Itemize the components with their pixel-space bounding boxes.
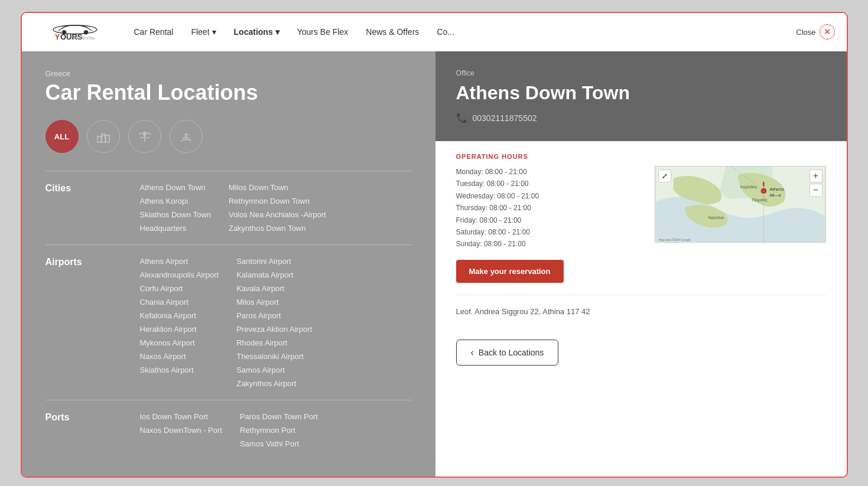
svg-text:CAR RENTAL: CAR RENTAL bbox=[71, 36, 95, 40]
list-item[interactable]: Athens Koropi bbox=[140, 197, 211, 206]
nav-locations[interactable]: Locations ▾ bbox=[234, 27, 279, 37]
list-item[interactable]: Milos Airport bbox=[236, 298, 312, 306]
nav-items: Car Rental Fleet ▾ Locations ▾ Yours Be … bbox=[134, 27, 454, 37]
cities-section: Cities Athens Down Town Athens Koropi Sk… bbox=[45, 171, 412, 244]
right-panel: Office Athens Down Town 📞 00302111875502… bbox=[435, 51, 847, 477]
svg-rect-8 bbox=[106, 135, 109, 142]
hour-thursday: Thursday: 08:00 - 21:00 bbox=[456, 202, 643, 214]
back-btn-label: Back to Locations bbox=[479, 348, 544, 357]
filter-row: ALL bbox=[45, 120, 412, 153]
ports-col2: Paros Down Town Port Rethymnon Port Samo… bbox=[240, 412, 318, 448]
list-item[interactable]: Ios Down Town Port bbox=[140, 412, 222, 421]
hours-list: Monday: 08:00 - 21:00 Tuesday: 08:00 - 2… bbox=[456, 166, 643, 250]
operating-label: OPERATING HOURS bbox=[456, 153, 826, 160]
list-item[interactable]: Preveza Aktion Airport bbox=[236, 325, 312, 334]
ports-header: Ports bbox=[45, 412, 134, 423]
left-panel: Greece Car Rental Locations ALL bbox=[22, 51, 435, 477]
hours-map-row: Monday: 08:00 - 21:00 Tuesday: 08:00 - 2… bbox=[456, 166, 826, 250]
filter-port-button[interactable] bbox=[170, 120, 203, 153]
filter-city-button[interactable] bbox=[87, 120, 120, 153]
main-content: Greece Car Rental Locations ALL bbox=[22, 51, 847, 477]
ports-col1: Ios Down Town Port Naxos DownTown - Port bbox=[140, 412, 222, 448]
chevron-down-icon: ▾ bbox=[275, 27, 279, 37]
list-item[interactable]: Samos Airport bbox=[236, 366, 312, 374]
nav-news-offers[interactable]: News & Offers bbox=[366, 27, 419, 37]
list-item[interactable]: Athens Down Town bbox=[140, 183, 211, 192]
list-item[interactable]: Athens Airport bbox=[140, 257, 219, 266]
list-item[interactable]: Santorini Airport bbox=[236, 257, 312, 266]
cities-col2: Milos Down Town Rethymnon Down Town Volo… bbox=[229, 183, 326, 233]
nav-co[interactable]: Co... bbox=[437, 27, 454, 37]
location-header: Office Athens Down Town 📞 00302111875502 bbox=[435, 51, 847, 141]
svg-text:Πειραιάς: Πειραιάς bbox=[752, 198, 768, 203]
nav-fleet[interactable]: Fleet ▾ bbox=[191, 27, 216, 37]
map-zoom-out-button[interactable]: − bbox=[810, 184, 823, 197]
svg-text:Y: Y bbox=[54, 32, 60, 41]
list-item[interactable]: Naxos DownTown - Port bbox=[140, 426, 222, 435]
list-item[interactable]: Paros Airport bbox=[236, 311, 312, 320]
country-label: Greece bbox=[45, 69, 412, 78]
list-item[interactable]: Chania Airport bbox=[140, 298, 219, 306]
top-nav: Y OURS CAR RENTAL Car Rental Fleet ▾ Loc… bbox=[22, 13, 847, 51]
svg-text:Ναύπλιο: Ναύπλιο bbox=[708, 216, 723, 220]
chevron-left-icon: ‹ bbox=[471, 347, 474, 358]
list-item[interactable]: Thessaloniki Airport bbox=[236, 352, 312, 361]
cities-header: Cities bbox=[45, 183, 134, 194]
hour-saturday: Saturday: 08:00 - 21:00 bbox=[456, 226, 643, 238]
list-item[interactable]: Headquarters bbox=[140, 224, 211, 233]
filter-all-button[interactable]: ALL bbox=[45, 120, 79, 153]
nav-car-rental[interactable]: Car Rental bbox=[134, 27, 174, 37]
phone-icon: 📞 bbox=[456, 112, 468, 123]
list-item[interactable]: Zakynthos Down Town bbox=[229, 224, 326, 233]
svg-rect-9 bbox=[102, 135, 103, 136]
map-zoom-in-button[interactable]: + bbox=[810, 169, 823, 182]
list-item[interactable]: Skiathos Airport bbox=[140, 366, 219, 374]
list-item[interactable]: Samos Vathi Port bbox=[240, 439, 318, 448]
back-to-locations-button[interactable]: ‹ Back to Locations bbox=[456, 340, 559, 366]
cities-col1: Athens Down Town Athens Koropi Skiathos … bbox=[140, 183, 211, 233]
list-item[interactable]: Kefalonia Airport bbox=[140, 311, 219, 320]
address-text: Leof. Andrea Siggrou 22, Athina 117 42 bbox=[456, 307, 826, 316]
reserve-button[interactable]: Make your reservation bbox=[456, 260, 564, 283]
close-button[interactable]: Close ✕ bbox=[796, 24, 834, 40]
list-item[interactable]: Volos Nea Anchialos -Airport bbox=[229, 210, 326, 219]
list-item[interactable]: Zakynthos Airport bbox=[236, 379, 312, 388]
airports-col1: Athens Airport Alexandroupolis Airport C… bbox=[140, 257, 219, 388]
svg-text:Αθ—α: Αθ—α bbox=[769, 193, 781, 197]
list-item[interactable]: Naxos Airport bbox=[140, 352, 219, 361]
hour-wednesday: Wednesday: 08:00 - 21:00 bbox=[456, 190, 643, 202]
list-item[interactable]: Kalamata Airport bbox=[236, 270, 312, 279]
list-item[interactable]: Corfu Airport bbox=[140, 284, 219, 293]
list-item[interactable]: Skiathos Down Town bbox=[140, 210, 211, 219]
hour-sunday: Sunday: 08:00 - 21:00 bbox=[456, 238, 643, 250]
svg-rect-10 bbox=[104, 135, 105, 136]
hour-friday: Friday: 08:00 - 21:00 bbox=[456, 214, 643, 226]
map-zoom-controls: + − bbox=[810, 169, 823, 197]
map-container: Athens Αθ—α Κορίνθος Πειραιάς Ναύπλιο bbox=[655, 166, 826, 243]
svg-point-2 bbox=[83, 30, 87, 34]
nav-yours-be-flex[interactable]: Yours Be Flex bbox=[297, 27, 349, 37]
logo[interactable]: Y OURS CAR RENTAL bbox=[40, 19, 110, 45]
svg-text:Κορίνθος: Κορίνθος bbox=[740, 185, 758, 190]
list-item[interactable]: Rethymnon Down Town bbox=[229, 197, 326, 206]
detail-section: OPERATING HOURS Monday: 08:00 - 21:00 Tu… bbox=[435, 141, 847, 340]
list-item[interactable]: Rhodes Airport bbox=[236, 338, 312, 347]
list-item[interactable]: Heraklion Airport bbox=[140, 325, 219, 334]
hour-monday: Monday: 08:00 - 21:00 bbox=[456, 166, 643, 178]
list-item[interactable]: Rethymnon Port bbox=[240, 426, 318, 435]
chevron-down-icon: ▾ bbox=[212, 27, 216, 37]
svg-text:Athens: Athens bbox=[769, 187, 784, 192]
close-label: Close bbox=[796, 28, 815, 37]
divider bbox=[456, 295, 826, 295]
filter-airport-button[interactable] bbox=[128, 120, 161, 153]
phone-row: 📞 00302111875502 bbox=[456, 112, 826, 123]
map-fullscreen-button[interactable]: ⤢ bbox=[658, 169, 671, 182]
close-icon[interactable]: ✕ bbox=[820, 24, 835, 40]
list-item[interactable]: Paros Down Town Port bbox=[240, 412, 318, 421]
list-item[interactable]: Kavala Airport bbox=[236, 284, 312, 293]
list-item[interactable]: Milos Down Town bbox=[229, 183, 326, 192]
list-item[interactable]: Alexandroupolis Airport bbox=[140, 270, 219, 279]
ports-body: Ios Down Town Port Naxos DownTown - Port… bbox=[140, 412, 412, 448]
cities-body: Athens Down Town Athens Koropi Skiathos … bbox=[140, 183, 412, 233]
list-item[interactable]: Mykonos Airport bbox=[140, 338, 219, 347]
